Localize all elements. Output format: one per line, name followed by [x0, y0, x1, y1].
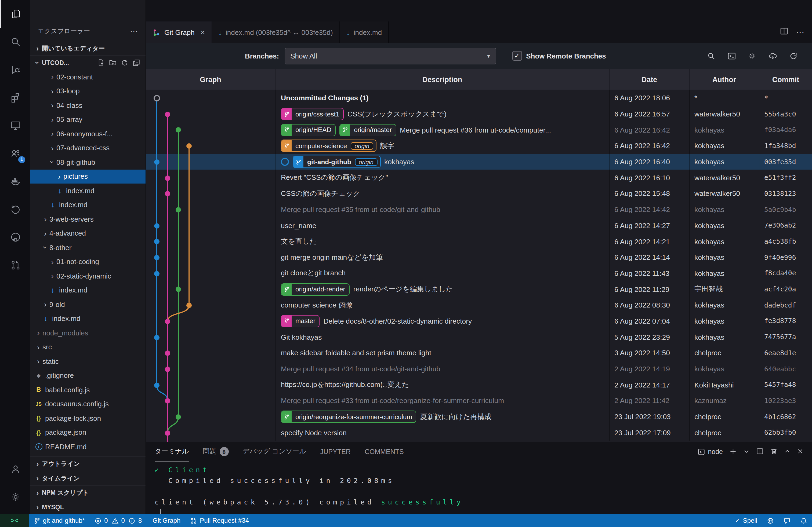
search-icon[interactable]: [0, 28, 30, 56]
npm-scripts-section[interactable]: ›NPM スクリプト: [30, 485, 146, 500]
github-icon[interactable]: [0, 223, 30, 251]
commit-row[interactable]: CSSの節の画像チェック6 Aug 2022 15:48waterwalker5…: [146, 186, 812, 201]
commit-row[interactable]: origin/css-test1CSS(フレックスボックスまで)6 Aug 20…: [146, 106, 812, 122]
show-remote-checkbox[interactable]: ✓: [512, 51, 522, 61]
commit-row[interactable]: Merge pull request #35 from ut-code/git-…: [146, 202, 812, 217]
more-actions-icon[interactable]: ⋯: [130, 26, 138, 36]
pull-request-status[interactable]: Pull Request #34: [185, 514, 254, 527]
timeline-section[interactable]: ›タイムライン: [30, 471, 146, 485]
commit-row[interactable]: masterDelete docs/8-other/02-static-dyna…: [146, 313, 812, 329]
maximize-panel-icon[interactable]: [784, 448, 791, 456]
fetch-remote-icon[interactable]: [768, 51, 778, 60]
tree-item[interactable]: ›04-class: [30, 98, 146, 112]
tree-item[interactable]: ›static: [30, 354, 146, 368]
branch-badge[interactable]: origin/reorganize-for-summer-curriculum: [281, 410, 417, 423]
tree-item[interactable]: ›07-advanced-css: [30, 141, 146, 155]
close-tab-icon[interactable]: ×: [201, 28, 205, 36]
commit-row[interactable]: specify Node version23 Jul 2022 17:09che…: [146, 425, 812, 441]
feedback-indicator[interactable]: [779, 514, 795, 527]
commit-row[interactable]: 文を直した6 Aug 2022 14:21kokhayasa4c538fb: [146, 234, 812, 249]
find-commit-icon[interactable]: [707, 51, 716, 60]
workspace-section[interactable]: › UTCOD...: [30, 55, 146, 70]
tree-item[interactable]: Bbabel.config.js: [30, 383, 146, 397]
branch-badge[interactable]: git-and-githuborigin: [293, 156, 380, 168]
commit-row[interactable]: Merge pull request #33 from ut-code/reor…: [146, 393, 812, 409]
branch-badge[interactable]: origin/css-test1: [281, 108, 344, 120]
tree-item[interactable]: ›05-array: [30, 112, 146, 127]
tree-item[interactable]: ◆.gitignore: [30, 368, 146, 383]
tab-jupyter[interactable]: JUPYTER: [320, 442, 351, 462]
tab-index-md[interactable]: ↓ index.md: [340, 21, 389, 43]
tree-item[interactable]: ›03-loop: [30, 84, 146, 98]
extensions-icon[interactable]: [0, 84, 30, 111]
explorer-icon[interactable]: [0, 0, 30, 28]
tree-item[interactable]: ›pictures: [30, 169, 146, 183]
branch-badge[interactable]: origin/add-render: [281, 283, 350, 296]
tree-item[interactable]: ›src: [30, 340, 146, 354]
tree-item[interactable]: {}package.json: [30, 425, 146, 439]
tree-item[interactable]: ↓index.md: [30, 283, 146, 297]
branch-badge[interactable]: computer-scienceorigin: [281, 140, 376, 152]
mysql-section[interactable]: ›MYSQL: [30, 500, 146, 514]
commit-row[interactable]: https://co.jpをhttps://github.comに変えた2 Au…: [146, 377, 812, 393]
kill-terminal-icon[interactable]: [770, 447, 778, 456]
commit-row[interactable]: make sidebar foldable and set prism them…: [146, 345, 812, 361]
tree-item[interactable]: ›01-not-coding: [30, 255, 146, 269]
settings-gear-icon[interactable]: [0, 483, 30, 511]
outline-section[interactable]: ›アウトライン: [30, 456, 146, 471]
tree-item[interactable]: ›08-git-github: [30, 155, 146, 169]
tree-item[interactable]: JSdocusaurus.config.js: [30, 397, 146, 411]
new-folder-icon[interactable]: [109, 59, 117, 66]
docker-icon[interactable]: [0, 167, 30, 195]
split-editor-icon[interactable]: [780, 27, 788, 37]
split-terminal-icon[interactable]: [756, 447, 764, 456]
accounts-icon[interactable]: 1: [0, 139, 30, 167]
tree-item[interactable]: ›02-constant: [30, 70, 146, 84]
tree-item[interactable]: ›8-other: [30, 240, 146, 255]
commit-row[interactable]: origin/HEADorigin/masterMerge pull reque…: [146, 122, 812, 138]
pull-request-icon[interactable]: [0, 251, 30, 279]
commit-row[interactable]: origin/reorganize-for-summer-curriculum夏…: [146, 409, 812, 425]
tab-git-graph[interactable]: Git Graph ×: [146, 21, 212, 43]
tree-item[interactable]: ›06-anonymous-f...: [30, 127, 146, 141]
commit-row[interactable]: computer-scienceorigin誤字6 Aug 2022 16:42…: [146, 138, 812, 154]
commit-row[interactable]: git-and-githuboriginkokhayas6 Aug 2022 1…: [146, 154, 812, 170]
commit-row[interactable]: Git kokhayas5 Aug 2022 23:29kokhayas7475…: [146, 329, 812, 345]
globe-indicator[interactable]: [762, 514, 779, 527]
branch-badge[interactable]: master: [281, 315, 320, 327]
git-graph-status[interactable]: Git Graph: [148, 514, 185, 527]
tab-problems[interactable]: 問題8: [203, 442, 229, 462]
commit-row[interactable]: git merge origin mainなどを加筆6 Aug 2022 14:…: [146, 250, 812, 266]
terminal-icon[interactable]: [727, 51, 736, 60]
tab-debug-console[interactable]: デバッグ コンソール: [243, 442, 306, 462]
branch-badge[interactable]: origin/master: [339, 124, 396, 136]
commit-row[interactable]: computer science 俯瞰6 Aug 2022 08:30kokha…: [146, 297, 812, 313]
run-debug-icon[interactable]: [0, 56, 30, 84]
commit-row[interactable]: user_name6 Aug 2022 14:27kokhayas7e306ab…: [146, 217, 812, 234]
tab-index-md-diff[interactable]: ↓ index.md (003fe35d^ ↔ 003fe35d): [212, 21, 340, 43]
problems-indicator[interactable]: 0 0 8: [90, 514, 148, 527]
commit-row[interactable]: git cloneとgit branch6 Aug 2022 11:43kokh…: [146, 266, 812, 281]
refresh-icon[interactable]: [789, 51, 798, 60]
commit-row[interactable]: Revert "CSSの節の画像チェック"6 Aug 2022 16:10wat…: [146, 170, 812, 186]
tree-item[interactable]: ↓index.md: [30, 198, 146, 212]
shell-selector[interactable]: node: [698, 448, 723, 456]
editor-more-actions-icon[interactable]: ⋯: [796, 27, 804, 37]
tree-item[interactable]: ›02-static-dynamic: [30, 269, 146, 283]
terminal-output[interactable]: ✓ Client Compiled successfully in 202.08…: [146, 462, 812, 514]
tree-item[interactable]: ›4-advanced: [30, 226, 146, 240]
undo-history-icon[interactable]: [0, 195, 30, 223]
tree-item[interactable]: ↓index.md: [30, 312, 146, 326]
open-editors-section[interactable]: › 開いているエディター: [30, 41, 146, 55]
account-icon[interactable]: [0, 455, 30, 483]
branch-badge[interactable]: origin/HEAD: [281, 124, 336, 136]
branches-dropdown[interactable]: Show All ▾: [284, 47, 496, 64]
refresh-explorer-icon[interactable]: [121, 59, 128, 66]
branch-indicator[interactable]: git-and-github*: [29, 514, 90, 527]
collapse-folders-icon[interactable]: [133, 59, 140, 66]
tab-comments[interactable]: COMMENTS: [365, 442, 404, 462]
tree-item[interactable]: ›9-old: [30, 297, 146, 312]
tree-item[interactable]: iREADME.md: [30, 439, 146, 454]
settings-icon[interactable]: [748, 51, 757, 60]
chevron-down-icon[interactable]: [743, 448, 750, 456]
